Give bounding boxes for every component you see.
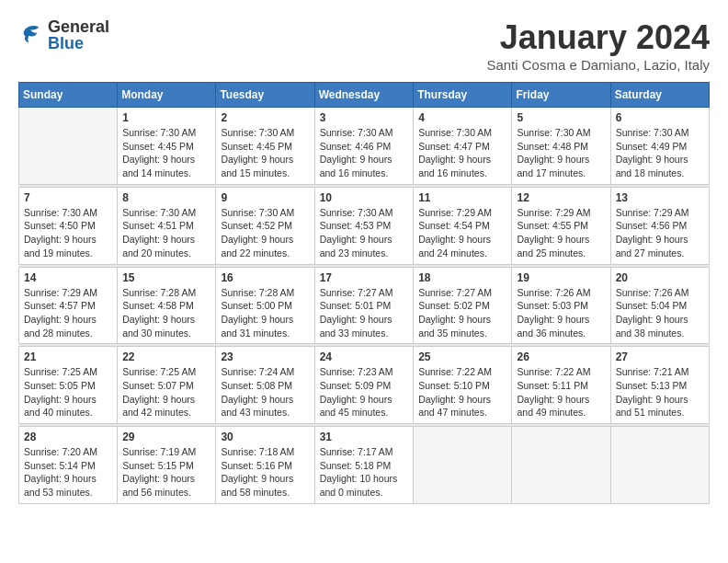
day-detail: Sunrise: 7:30 AMSunset: 4:48 PMDaylight:… — [517, 126, 605, 180]
calendar-cell: 25Sunrise: 7:22 AMSunset: 5:10 PMDayligh… — [414, 347, 512, 424]
calendar-day-header: Friday — [512, 83, 610, 108]
day-detail: Sunrise: 7:19 AMSunset: 5:15 PMDaylight:… — [122, 445, 210, 500]
day-detail: Sunrise: 7:25 AMSunset: 5:05 PMDaylight:… — [24, 365, 112, 419]
calendar-day-header: Wednesday — [314, 83, 414, 108]
calendar-cell: 28Sunrise: 7:20 AMSunset: 5:14 PMDayligh… — [19, 427, 118, 504]
day-number: 11 — [418, 191, 506, 204]
day-detail: Sunrise: 7:30 AMSunset: 4:53 PMDaylight:… — [320, 206, 409, 260]
day-number: 18 — [418, 271, 506, 284]
calendar-cell: 31Sunrise: 7:17 AMSunset: 5:18 PMDayligh… — [314, 427, 414, 504]
day-detail: Sunrise: 7:20 AMSunset: 5:14 PMDaylight:… — [24, 445, 112, 500]
logo: General Blue — [18, 18, 109, 52]
day-number: 30 — [221, 431, 309, 443]
day-detail: Sunrise: 7:26 AMSunset: 5:03 PMDaylight:… — [517, 286, 605, 340]
day-detail: Sunrise: 7:22 AMSunset: 5:10 PMDaylight:… — [418, 365, 506, 419]
day-number: 4 — [418, 111, 506, 124]
calendar-day-header: Saturday — [610, 83, 709, 108]
calendar-cell: 20Sunrise: 7:26 AMSunset: 5:04 PMDayligh… — [610, 267, 709, 344]
day-detail: Sunrise: 7:30 AMSunset: 4:49 PMDaylight:… — [616, 126, 704, 180]
day-number: 22 — [122, 350, 210, 363]
calendar-cell: 4Sunrise: 7:30 AMSunset: 4:47 PMDaylight… — [414, 108, 512, 185]
calendar-cell: 26Sunrise: 7:22 AMSunset: 5:11 PMDayligh… — [512, 347, 610, 424]
day-detail: Sunrise: 7:30 AMSunset: 4:46 PMDaylight:… — [320, 126, 409, 180]
day-number: 21 — [24, 350, 112, 363]
calendar-cell: 14Sunrise: 7:29 AMSunset: 4:57 PMDayligh… — [19, 267, 118, 344]
day-number: 9 — [221, 191, 309, 204]
day-number: 10 — [320, 191, 409, 204]
day-detail: Sunrise: 7:30 AMSunset: 4:50 PMDaylight:… — [24, 206, 112, 260]
day-number: 14 — [24, 271, 112, 284]
page-header: General Blue January 2024 Santi Cosma e … — [18, 18, 710, 73]
calendar-cell: 9Sunrise: 7:30 AMSunset: 4:52 PMDaylight… — [216, 187, 314, 264]
day-detail: Sunrise: 7:30 AMSunset: 4:45 PMDaylight:… — [122, 126, 210, 180]
calendar-cell: 17Sunrise: 7:27 AMSunset: 5:01 PMDayligh… — [314, 267, 414, 344]
location: Santi Cosma e Damiano, Lazio, Italy — [486, 57, 710, 73]
day-number: 6 — [616, 111, 704, 124]
day-detail: Sunrise: 7:24 AMSunset: 5:08 PMDaylight:… — [221, 365, 309, 419]
day-detail: Sunrise: 7:21 AMSunset: 5:13 PMDaylight:… — [616, 365, 704, 419]
calendar-cell — [512, 427, 610, 504]
day-detail: Sunrise: 7:30 AMSunset: 4:47 PMDaylight:… — [418, 126, 506, 180]
day-number: 20 — [616, 271, 704, 284]
calendar-week-row: 28Sunrise: 7:20 AMSunset: 5:14 PMDayligh… — [19, 427, 710, 504]
calendar-week-row: 1Sunrise: 7:30 AMSunset: 4:45 PMDaylight… — [19, 108, 710, 185]
day-number: 17 — [320, 271, 409, 284]
day-detail: Sunrise: 7:29 AMSunset: 4:56 PMDaylight:… — [616, 206, 704, 260]
calendar-cell — [19, 108, 118, 185]
calendar-week-row: 14Sunrise: 7:29 AMSunset: 4:57 PMDayligh… — [19, 267, 710, 344]
day-detail: Sunrise: 7:28 AMSunset: 5:00 PMDaylight:… — [221, 286, 309, 340]
calendar-cell: 21Sunrise: 7:25 AMSunset: 5:05 PMDayligh… — [19, 347, 118, 424]
day-number: 24 — [320, 350, 409, 363]
calendar-cell: 10Sunrise: 7:30 AMSunset: 4:53 PMDayligh… — [314, 187, 414, 264]
calendar-cell: 29Sunrise: 7:19 AMSunset: 5:15 PMDayligh… — [118, 427, 216, 504]
day-detail: Sunrise: 7:29 AMSunset: 4:54 PMDaylight:… — [418, 206, 506, 260]
day-number: 5 — [517, 111, 605, 124]
calendar-cell: 15Sunrise: 7:28 AMSunset: 4:58 PMDayligh… — [118, 267, 216, 344]
day-detail: Sunrise: 7:17 AMSunset: 5:18 PMDaylight:… — [320, 445, 409, 500]
day-number: 27 — [616, 350, 704, 363]
calendar-day-header: Monday — [118, 83, 216, 108]
logo-bird-icon — [18, 22, 44, 48]
day-number: 8 — [122, 191, 210, 204]
calendar-cell: 5Sunrise: 7:30 AMSunset: 4:48 PMDaylight… — [512, 108, 610, 185]
day-detail: Sunrise: 7:30 AMSunset: 4:52 PMDaylight:… — [221, 206, 309, 260]
calendar-cell: 23Sunrise: 7:24 AMSunset: 5:08 PMDayligh… — [216, 347, 314, 424]
calendar-week-row: 21Sunrise: 7:25 AMSunset: 5:05 PMDayligh… — [19, 347, 710, 424]
day-number: 15 — [122, 271, 210, 284]
day-detail: Sunrise: 7:29 AMSunset: 4:57 PMDaylight:… — [24, 286, 112, 340]
day-detail: Sunrise: 7:23 AMSunset: 5:09 PMDaylight:… — [320, 365, 409, 419]
calendar-cell: 22Sunrise: 7:25 AMSunset: 5:07 PMDayligh… — [118, 347, 216, 424]
day-number: 26 — [517, 350, 605, 363]
month-title: January 2024 — [486, 18, 710, 57]
calendar-week-row: 7Sunrise: 7:30 AMSunset: 4:50 PMDaylight… — [19, 187, 710, 264]
calendar-cell: 18Sunrise: 7:27 AMSunset: 5:02 PMDayligh… — [414, 267, 512, 344]
day-number: 25 — [418, 350, 506, 363]
calendar-cell: 13Sunrise: 7:29 AMSunset: 4:56 PMDayligh… — [610, 187, 709, 264]
calendar-cell: 1Sunrise: 7:30 AMSunset: 4:45 PMDaylight… — [118, 108, 216, 185]
day-number: 23 — [221, 350, 309, 363]
day-detail: Sunrise: 7:25 AMSunset: 5:07 PMDaylight:… — [122, 365, 210, 419]
calendar-cell — [414, 427, 512, 504]
calendar-day-header: Tuesday — [216, 83, 314, 108]
day-detail: Sunrise: 7:22 AMSunset: 5:11 PMDaylight:… — [517, 365, 605, 419]
calendar-cell: 19Sunrise: 7:26 AMSunset: 5:03 PMDayligh… — [512, 267, 610, 344]
day-detail: Sunrise: 7:26 AMSunset: 5:04 PMDaylight:… — [616, 286, 704, 340]
day-number: 31 — [320, 431, 409, 443]
day-number: 28 — [24, 431, 112, 443]
day-number: 7 — [24, 191, 112, 204]
calendar-cell: 3Sunrise: 7:30 AMSunset: 4:46 PMDaylight… — [314, 108, 414, 185]
day-number: 16 — [221, 271, 309, 284]
day-detail: Sunrise: 7:27 AMSunset: 5:01 PMDaylight:… — [320, 286, 409, 340]
calendar-cell: 12Sunrise: 7:29 AMSunset: 4:55 PMDayligh… — [512, 187, 610, 264]
calendar-header-row: SundayMondayTuesdayWednesdayThursdayFrid… — [19, 83, 710, 108]
day-detail: Sunrise: 7:30 AMSunset: 4:45 PMDaylight:… — [221, 126, 309, 180]
day-number: 29 — [122, 431, 210, 443]
calendar-cell: 16Sunrise: 7:28 AMSunset: 5:00 PMDayligh… — [216, 267, 314, 344]
day-number: 12 — [517, 191, 605, 204]
calendar-cell: 2Sunrise: 7:30 AMSunset: 4:45 PMDaylight… — [216, 108, 314, 185]
day-detail: Sunrise: 7:27 AMSunset: 5:02 PMDaylight:… — [418, 286, 506, 340]
calendar-cell: 30Sunrise: 7:18 AMSunset: 5:16 PMDayligh… — [216, 427, 314, 504]
day-detail: Sunrise: 7:30 AMSunset: 4:51 PMDaylight:… — [122, 206, 210, 260]
logo-general: General — [48, 18, 109, 35]
day-number: 3 — [320, 111, 409, 124]
